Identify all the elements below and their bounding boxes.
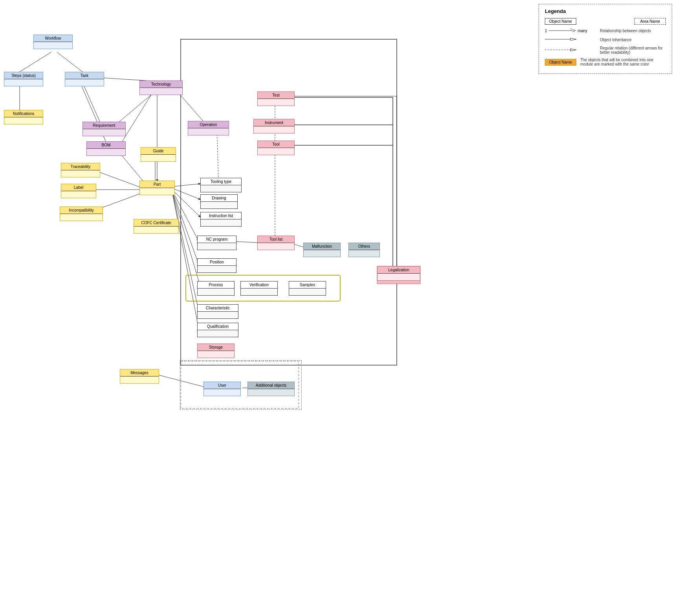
node-tool-list[interactable]: Tool list <box>257 236 295 250</box>
legend-inheritance-text: Object inheritance <box>600 38 632 42</box>
node-tool[interactable]: Tool <box>257 141 295 155</box>
node-storage[interactable]: Storage <box>197 344 235 358</box>
svg-line-37 <box>217 129 218 179</box>
node-instruction[interactable]: Instruction list <box>200 212 242 227</box>
svg-line-20 <box>173 194 200 287</box>
samples-label: Samples <box>289 281 326 288</box>
part-body <box>140 188 174 195</box>
incompatibility-body <box>60 214 103 221</box>
samples-body <box>289 288 326 295</box>
svg-line-22 <box>173 196 198 327</box>
others-body <box>349 250 379 257</box>
node-test[interactable]: Test <box>257 91 295 106</box>
connections-svg <box>0 0 680 616</box>
legend-regular-text: Regular relation (different arrows for b… <box>600 46 663 55</box>
guide-label: Guide <box>141 148 176 154</box>
node-label-obj[interactable]: Label <box>61 184 96 198</box>
label-label: Label <box>61 184 96 191</box>
tool-body <box>258 148 294 155</box>
node-notifications[interactable]: Notifications <box>4 110 43 124</box>
node-process[interactable]: Process <box>197 281 235 296</box>
legend-relationship-text: Relationship between objects <box>600 29 651 33</box>
svg-line-6 <box>118 91 155 123</box>
part-label: Part <box>140 181 174 188</box>
bom-label: BOM <box>87 142 125 148</box>
verification-body <box>241 288 277 295</box>
operation-label: Operation <box>188 121 229 128</box>
legend-many-label: many <box>578 29 587 33</box>
messages-label: Messages <box>120 369 159 376</box>
task-body <box>65 79 104 86</box>
node-bom[interactable]: BOM <box>86 141 126 156</box>
steps-label: Steps (status) <box>4 72 43 79</box>
node-operation[interactable]: Operation <box>188 121 229 135</box>
node-samples[interactable]: Samples <box>289 281 326 296</box>
node-verification[interactable]: Verification <box>240 281 278 296</box>
notifications-label: Notifications <box>4 110 43 117</box>
additional-body <box>248 389 294 396</box>
cofc-label: COFC Certificate <box>134 219 178 226</box>
node-requirement[interactable]: Requirement <box>82 122 126 136</box>
node-position[interactable]: Position <box>197 258 236 273</box>
svg-line-15 <box>173 184 200 186</box>
node-characteristic[interactable]: Characteristic <box>197 304 238 319</box>
svg-line-4 <box>82 82 100 122</box>
messages-body <box>120 376 159 383</box>
svg-line-7 <box>122 91 153 142</box>
legend-row-objects: Object Name Area Name <box>545 18 666 25</box>
tooling-type-body <box>201 185 241 192</box>
incompatibility-label: Incompatibility <box>60 207 103 214</box>
qualification-body <box>198 330 238 337</box>
svg-marker-49 <box>570 38 576 40</box>
user-label: User <box>204 382 240 389</box>
legend-row-relationship: 1 ‹ many Relationship between objects <box>545 28 666 33</box>
nc-program-body <box>198 243 236 250</box>
svg-line-16 <box>173 188 200 199</box>
node-malfunction[interactable]: Malfunction <box>303 243 341 257</box>
tooling-type-label: Tooling type <box>201 178 241 185</box>
node-legalization[interactable]: Legalization <box>377 266 420 281</box>
storage-label: Storage <box>198 344 234 351</box>
legend-one-label: 1 <box>545 29 547 33</box>
node-traceability[interactable]: Traceability <box>61 163 100 177</box>
others-label: Others <box>349 243 379 250</box>
instrument-label: Instrument <box>254 119 294 126</box>
tool-list-body <box>258 243 294 250</box>
node-technology[interactable]: Technology <box>139 80 183 95</box>
node-user[interactable]: User <box>203 382 241 396</box>
process-body <box>198 288 234 295</box>
requirement-label: Requirement <box>83 122 125 129</box>
drawing-body <box>201 201 237 208</box>
storage-body <box>198 351 234 358</box>
node-tooling-type[interactable]: Tooling type <box>200 178 242 192</box>
node-part[interactable]: Part <box>139 181 175 195</box>
node-cofc[interactable]: COFC Certificate <box>134 219 179 234</box>
legend: Legenda Object Name Area Name 1 ‹ many R… <box>539 4 672 74</box>
legend-dashed-line <box>545 47 576 53</box>
node-instrument[interactable]: Instrument <box>253 119 295 133</box>
label-body <box>61 191 96 198</box>
node-nc-program[interactable]: NC program <box>197 236 236 250</box>
node-qualification[interactable]: Qualification <box>197 323 238 337</box>
node-steps[interactable]: Steps (status) <box>4 72 43 86</box>
instruction-body <box>201 219 241 226</box>
technology-label: Technology <box>140 81 182 88</box>
node-workflow[interactable]: Workflow <box>33 35 73 49</box>
traceability-body <box>61 170 100 177</box>
node-task[interactable]: Task <box>65 72 104 86</box>
test-body <box>258 99 294 106</box>
guide-body <box>141 154 176 161</box>
task-label: Task <box>65 72 104 79</box>
legend-title: Legenda <box>545 8 666 14</box>
requirement-body <box>83 129 125 136</box>
steps-body <box>4 79 43 86</box>
node-drawing[interactable]: Drawing <box>200 194 238 209</box>
svg-line-23 <box>233 241 259 243</box>
node-messages[interactable]: Messages <box>120 369 159 384</box>
node-incompatibility[interactable]: Incompatibility <box>60 207 103 221</box>
node-guide[interactable]: Guide <box>141 147 176 162</box>
node-additional-objects[interactable]: Additional objects <box>247 382 295 396</box>
legend-orange-name: Object Name <box>545 59 576 66</box>
node-others[interactable]: Others <box>348 243 380 257</box>
characteristic-label: Characteristic <box>198 305 238 311</box>
